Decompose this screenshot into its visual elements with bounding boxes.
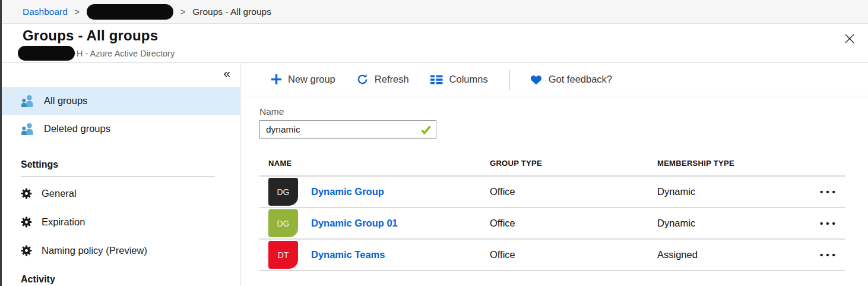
sidebar-item-label: All groups [44, 95, 87, 106]
refresh-button[interactable]: Refresh [357, 74, 409, 85]
tenant-name-redaction [18, 46, 75, 61]
avatar: DT [268, 241, 298, 269]
name-filter: Name [259, 106, 868, 139]
sidebar-item-expiration[interactable]: Expiration [0, 208, 240, 236]
sidebar-item-general[interactable]: General [0, 179, 240, 208]
gear-icon [21, 245, 32, 256]
close-icon [843, 32, 856, 45]
row-context-menu-button[interactable]: ••• [803, 218, 845, 228]
table-header-row: NAME GROUP TYPE MEMBERSHIP TYPE [259, 151, 845, 177]
toolbar: New group Refresh [240, 63, 868, 96]
section-divider [21, 176, 215, 177]
table-row[interactable]: DG Dynamic Group Office Dynamic ••• [259, 177, 845, 208]
row-context-menu-button[interactable]: ••• [803, 187, 845, 197]
toolbar-button-label: Refresh [375, 74, 409, 85]
group-name-link[interactable]: Dynamic Group [311, 186, 384, 197]
toolbar-separator [509, 70, 510, 90]
groups-icon [21, 122, 35, 136]
close-blade-button[interactable] [842, 31, 857, 46]
columns-button[interactable]: Columns [430, 74, 488, 85]
column-header-membership-type: MEMBERSHIP TYPE [657, 159, 803, 168]
breadcrumb-dashboard-link[interactable]: Dashboard [23, 7, 68, 17]
sidebar-item-label: Naming policy (Preview) [42, 245, 147, 256]
gear-icon [21, 188, 32, 199]
group-name-cell: DG Dynamic Group [259, 178, 490, 206]
got-feedback-button[interactable]: Got feedback? [530, 74, 612, 85]
sidebar-item-deleted-groups[interactable]: Deleted groups [0, 115, 240, 143]
new-group-button[interactable]: New group [271, 74, 335, 85]
blade-header: Groups - All groups H - Azure Active Dir… [0, 24, 868, 63]
breadcrumb-current: Groups - All groups [192, 7, 271, 17]
column-header-name: NAME [259, 159, 490, 168]
table-row[interactable]: DG Dynamic Group 01 Office Dynamic ••• [259, 208, 845, 240]
toolbar-button-label: New group [288, 74, 335, 85]
sidebar-item-naming-policy[interactable]: Naming policy (Preview) [0, 236, 240, 265]
name-filter-input[interactable] [260, 121, 411, 137]
sidebar-item-label: General [42, 188, 77, 199]
name-filter-box [259, 120, 436, 139]
refresh-icon [357, 74, 368, 85]
group-name-cell: DG Dynamic Group 01 [259, 209, 490, 237]
membership-type-cell: Dynamic [657, 218, 803, 229]
portal-left-edge [0, 0, 2, 286]
sidebar-item-label: Expiration [42, 216, 85, 228]
gear-icon [21, 216, 32, 228]
avatar: DG [268, 209, 298, 237]
sidebar-item-label: Deleted groups [44, 123, 110, 134]
columns-icon [430, 75, 443, 84]
breadcrumb: Dashboard > > Groups - All groups [0, 0, 868, 24]
toolbar-button-label: Columns [449, 74, 488, 85]
group-name-cell: DT Dynamic Teams [259, 241, 490, 269]
breadcrumb-redaction [87, 4, 173, 20]
groups-table: NAME GROUP TYPE MEMBERSHIP TYPE DG Dynam… [259, 151, 845, 271]
plus-icon [271, 74, 281, 84]
group-name-link[interactable]: Dynamic Group 01 [311, 218, 398, 229]
breadcrumb-separator: > [180, 7, 185, 17]
sidebar-item-all-groups[interactable]: All groups [0, 87, 240, 115]
group-name-link[interactable]: Dynamic Teams [311, 249, 385, 260]
sidebar-section-activity: Activity [21, 274, 240, 285]
sidebar-section-settings: Settings [21, 159, 240, 170]
heart-icon [530, 74, 542, 85]
toolbar-button-label: Got feedback? [549, 74, 612, 85]
table-row[interactable]: DT Dynamic Teams Office Assigned ••• [259, 240, 845, 271]
page-subtitle: H - Azure Active Directory [77, 49, 175, 58]
avatar: DG [268, 178, 298, 206]
groups-icon [21, 95, 35, 108]
column-header-group-type: GROUP TYPE [490, 159, 657, 168]
group-type-cell: Office [490, 249, 657, 260]
group-type-cell: Office [490, 186, 657, 197]
content-pane: New group Refresh [240, 63, 868, 286]
sidebar: « All groups Delete [0, 63, 240, 286]
checkmark-icon [421, 125, 431, 134]
page-title: Groups - All groups [23, 27, 158, 44]
row-context-menu-button[interactable]: ••• [803, 250, 845, 260]
sidebar-collapse-button[interactable]: « [223, 67, 230, 79]
membership-type-cell: Assigned [657, 249, 803, 260]
breadcrumb-separator: > [75, 7, 80, 17]
name-filter-label: Name [259, 106, 868, 117]
membership-type-cell: Dynamic [657, 186, 803, 197]
group-type-cell: Office [490, 218, 657, 229]
